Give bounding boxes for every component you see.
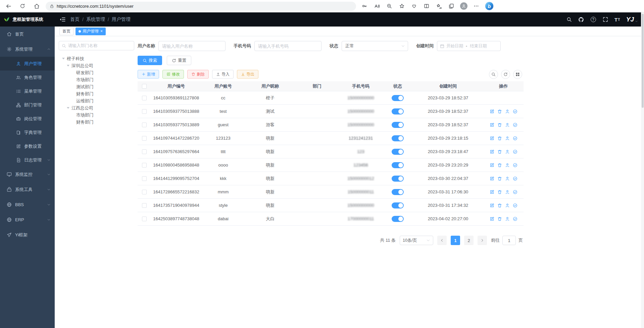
browser-home-icon[interactable]: [33, 2, 40, 10]
username-input[interactable]: [158, 41, 226, 51]
close-icon[interactable]: ×: [100, 29, 103, 33]
fullscreen-icon[interactable]: [602, 16, 609, 23]
tree-node[interactable]: 江西总公司: [59, 104, 134, 111]
sidebar-item-user-mgmt[interactable]: 用户管理: [0, 57, 55, 71]
tab-user-mgmt[interactable]: 用户管理 ×: [76, 28, 106, 35]
browser-profile-avatar[interactable]: [460, 2, 467, 10]
assign-role-icon[interactable]: [513, 109, 517, 114]
reset-password-icon[interactable]: [505, 176, 510, 181]
row-checkbox[interactable]: [142, 190, 147, 194]
delete-button[interactable]: 删除: [187, 70, 209, 79]
tree-node[interactable]: 财务部门: [59, 90, 134, 97]
sidebar-item-erp[interactable]: ERP: [0, 212, 55, 227]
sidebar-item-dept-mgmt[interactable]: 部门管理: [0, 98, 55, 112]
reset-password-icon[interactable]: [505, 136, 510, 141]
row-checkbox[interactable]: [142, 203, 147, 208]
header-search-icon[interactable]: [566, 16, 573, 23]
reset-password-icon[interactable]: [505, 149, 510, 154]
delete-icon[interactable]: [497, 176, 502, 181]
add-button[interactable]: 新增: [138, 70, 159, 79]
url-text[interactable]: https://ccnetcore.com:1101/system/user: [57, 4, 134, 9]
status-toggle[interactable]: [392, 108, 404, 114]
breadcrumb-system-mgmt[interactable]: 系统管理: [86, 16, 105, 22]
assign-role-icon[interactable]: [513, 163, 517, 168]
delete-icon[interactable]: [497, 149, 502, 154]
row-checkbox[interactable]: [142, 217, 147, 221]
column-grid-icon[interactable]: [513, 70, 522, 79]
dept-search-input[interactable]: [68, 43, 131, 48]
delete-icon[interactable]: [497, 123, 502, 127]
caret-down-icon[interactable]: [67, 107, 69, 109]
delete-icon[interactable]: [497, 217, 502, 221]
password-key-icon[interactable]: [361, 2, 368, 10]
browser-essentials-icon[interactable]: [410, 2, 418, 10]
url-bar[interactable]: https://ccnetcore.com:1101/system/user: [46, 2, 356, 11]
edit-icon[interactable]: [490, 203, 494, 208]
tree-node[interactable]: 财务部门: [59, 119, 134, 126]
status-toggle[interactable]: [392, 202, 404, 208]
tree-node[interactable]: 研发部门: [59, 69, 134, 76]
page-button-2[interactable]: 2: [464, 236, 474, 245]
delete-icon[interactable]: [497, 163, 502, 168]
reset-button[interactable]: 重置: [167, 56, 191, 65]
sidebar-item-post-mgmt[interactable]: 岗位管理: [0, 112, 55, 126]
assign-role-icon[interactable]: [513, 136, 517, 141]
next-page-button[interactable]: [478, 236, 487, 245]
reset-password-icon[interactable]: [505, 190, 510, 194]
row-checkbox[interactable]: [142, 123, 147, 127]
github-icon[interactable]: [578, 16, 585, 23]
help-icon[interactable]: ?: [590, 16, 597, 23]
sidebar-item-system-mgmt[interactable]: 系统管理: [0, 42, 55, 57]
prev-page-button[interactable]: [437, 236, 447, 245]
edit-icon[interactable]: [490, 149, 494, 154]
export-button[interactable]: 导出: [237, 70, 258, 79]
scrollbar-thumb[interactable]: [642, 14, 644, 108]
delete-icon[interactable]: [497, 136, 502, 141]
status-toggle[interactable]: [392, 176, 404, 182]
split-screen-icon[interactable]: [423, 2, 430, 10]
edit-icon[interactable]: [490, 136, 494, 141]
reset-password-icon[interactable]: [505, 163, 510, 168]
refresh-table-icon[interactable]: [501, 70, 510, 79]
search-button[interactable]: 搜索: [138, 56, 162, 65]
zoom-out-icon[interactable]: [386, 2, 393, 10]
browser-settings-icon[interactable]: [473, 2, 480, 10]
tree-node[interactable]: 测试部门: [59, 83, 134, 90]
tree-node[interactable]: 深圳总公司: [59, 62, 134, 69]
status-select[interactable]: 正常: [342, 41, 408, 51]
sidebar-item-param-settings[interactable]: 参数设置: [0, 139, 55, 153]
user-brand-logo[interactable]: YJ: [626, 16, 638, 23]
app-logo[interactable]: 意框架管理系统: [0, 12, 55, 27]
bing-copilot-icon[interactable]: b: [485, 2, 494, 10]
assign-role-icon[interactable]: [513, 123, 517, 127]
sidebar-item-dict-mgmt[interactable]: 字典管理: [0, 126, 55, 139]
tab-home[interactable]: 首页: [59, 28, 73, 35]
breadcrumb-user-mgmt[interactable]: 用户管理: [112, 16, 131, 22]
page-scrollbar[interactable]: [641, 12, 644, 328]
reset-password-icon[interactable]: [505, 123, 510, 127]
sidebar-item-log-mgmt[interactable]: 日志管理: [0, 153, 55, 167]
reset-password-icon[interactable]: [505, 109, 510, 114]
page-button-1[interactable]: 1: [451, 236, 460, 245]
sidebar-item-home[interactable]: 首页: [0, 27, 55, 42]
add-favorite-icon[interactable]: [398, 2, 405, 10]
row-checkbox[interactable]: [142, 96, 147, 100]
edit-icon[interactable]: [490, 123, 494, 127]
row-checkbox[interactable]: [142, 136, 147, 141]
read-aloud-icon[interactable]: [373, 2, 381, 10]
delete-icon[interactable]: [497, 203, 502, 208]
edit-icon[interactable]: [490, 109, 494, 114]
row-checkbox[interactable]: [142, 176, 147, 181]
sidebar-item-bbs[interactable]: BBS: [0, 197, 55, 212]
delete-icon[interactable]: [497, 190, 502, 194]
delete-icon[interactable]: [497, 109, 502, 114]
modify-button[interactable]: 修改: [162, 70, 184, 79]
assign-role-icon[interactable]: [513, 203, 517, 208]
row-checkbox[interactable]: [142, 109, 147, 114]
status-toggle[interactable]: [392, 135, 404, 141]
status-toggle[interactable]: [392, 95, 404, 101]
sidebar-item-role-mgmt[interactable]: 角色管理: [0, 71, 55, 84]
row-checkbox[interactable]: [142, 149, 147, 154]
status-toggle[interactable]: [392, 162, 404, 168]
reset-password-icon[interactable]: [505, 217, 510, 221]
